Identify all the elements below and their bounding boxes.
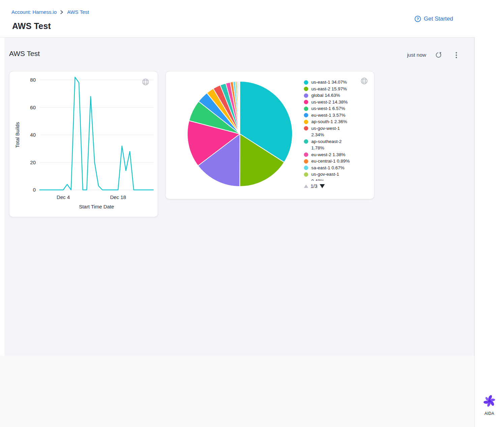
legend-swatch (304, 126, 308, 131)
legend-label: us-west-1 6.57% (311, 105, 345, 112)
legend-swatch (304, 107, 308, 111)
x-tick-label: Dec 18 (110, 194, 126, 200)
legend-item[interactable]: us-gov-east-10.48% (304, 171, 373, 181)
page-bottom-area (0, 356, 474, 427)
legend-swatch (304, 166, 308, 170)
legend-label: us-east-1 34.07% (311, 79, 347, 86)
refresh-icon (435, 52, 442, 58)
x-axis-label: Start Time Date (79, 204, 114, 209)
line-chart-svg: 020406080Dec 4Dec 18Start Time DateTotal… (9, 72, 158, 217)
globe-icon (141, 78, 150, 87)
legend-page-up-button[interactable] (304, 184, 308, 188)
legend-item[interactable]: sa-east-1 0.67% (304, 165, 373, 171)
legend-swatch (304, 100, 308, 104)
legend-swatch (304, 152, 308, 157)
y-axis-label: Total Builds (14, 122, 20, 148)
aida-icon (482, 393, 497, 409)
legend-label: ap-south-1 2.36% (311, 118, 347, 125)
legend-item[interactable]: eu-west-1 3.57% (304, 112, 373, 119)
pie-legend: us-east-1 34.07%us-east-2 15.97%global 1… (304, 79, 373, 181)
legend-item[interactable]: us-west-2 14.38% (304, 99, 373, 106)
legend-item[interactable]: eu-west-2 1.38% (304, 151, 373, 158)
legend-item[interactable]: us-gov-west-12.34% (304, 125, 373, 138)
legend-swatch (304, 159, 308, 164)
aida-label: AIDA (475, 411, 504, 416)
legend-label: sa-east-1 0.67% (311, 165, 344, 171)
total-builds-tile: 020406080Dec 4Dec 18Start Time DateTotal… (9, 72, 158, 217)
get-started-label: Get Started (424, 16, 453, 22)
svg-text:?: ? (417, 17, 419, 21)
page-title: AWS Test (12, 21, 51, 31)
dashboard-content: AWS Test just now 020406080Dec 4Dec 18St… (4, 37, 474, 356)
triangle-down-icon (320, 184, 325, 188)
right-side-panel: AIDA (474, 37, 504, 427)
legend-label: global 14.63% (311, 92, 340, 99)
regions-pie-tile: us-east-1 34.07%us-east-2 15.97%global 1… (166, 72, 374, 199)
dashboard-title: AWS Test (9, 50, 40, 58)
legend-swatch (304, 172, 308, 177)
pie-chart-svg (166, 72, 301, 199)
harness-dashboard-screen: Account: Harness.io AWS Test AWS Test ? … (0, 0, 504, 427)
legend-swatch (304, 120, 308, 124)
legend-item[interactable]: eu-central-1 0.89% (304, 158, 373, 165)
legend-page-indicator: 1/3 (311, 183, 317, 189)
refresh-status: just now (407, 52, 426, 58)
triangle-up-icon (304, 184, 308, 188)
legend-swatch (304, 87, 308, 91)
legend-swatch (304, 93, 308, 98)
legend-label: us-gov-west-12.34% (311, 125, 340, 138)
legend-label: eu-west-2 1.38% (311, 151, 345, 158)
legend-label: us-gov-east-10.48% (311, 171, 339, 181)
legend-swatch (304, 139, 308, 144)
legend-item[interactable]: us-west-1 6.57% (304, 105, 373, 112)
y-tick-label: 80 (30, 77, 36, 83)
legend-pagination: 1/3 (304, 183, 325, 189)
get-started-link[interactable]: ? Get Started (414, 16, 453, 22)
legend-swatch (304, 80, 308, 85)
legend-label: us-east-2 15.97% (311, 86, 347, 92)
dashboard-controls: just now (407, 52, 457, 58)
aida-launcher[interactable]: AIDA (475, 393, 504, 416)
y-tick-label: 20 (30, 160, 36, 165)
total-builds-series-line (40, 77, 153, 190)
question-circle-icon: ? (414, 16, 421, 22)
legend-label: eu-central-1 0.89% (311, 158, 350, 165)
kebab-menu-icon (455, 52, 457, 58)
more-options-button[interactable] (455, 52, 457, 58)
legend-item[interactable]: ap-southeast-21.78% (304, 138, 373, 151)
breadcrumb-account-link[interactable]: Account: Harness.io (11, 9, 57, 15)
y-tick-label: 40 (30, 132, 36, 138)
globe-icon (360, 77, 368, 86)
legend-label: eu-west-1 3.57% (311, 112, 345, 119)
y-tick-label: 60 (30, 105, 36, 110)
legend-item[interactable]: ap-south-1 2.36% (304, 118, 373, 125)
refresh-button[interactable] (435, 52, 442, 58)
chevron-right-icon (60, 10, 63, 14)
x-tick-label: Dec 4 (57, 194, 70, 200)
legend-item[interactable]: us-east-2 15.97% (304, 86, 373, 92)
legend-item[interactable]: global 14.63% (304, 92, 373, 99)
breadcrumb-page-link[interactable]: AWS Test (67, 9, 89, 15)
legend-page-down-button[interactable] (320, 184, 325, 188)
y-tick-label: 0 (33, 187, 36, 193)
legend-label: us-west-2 14.38% (311, 99, 348, 106)
legend-swatch (304, 113, 308, 117)
breadcrumb: Account: Harness.io AWS Test (11, 9, 89, 15)
legend-label: ap-southeast-21.78% (311, 138, 342, 151)
